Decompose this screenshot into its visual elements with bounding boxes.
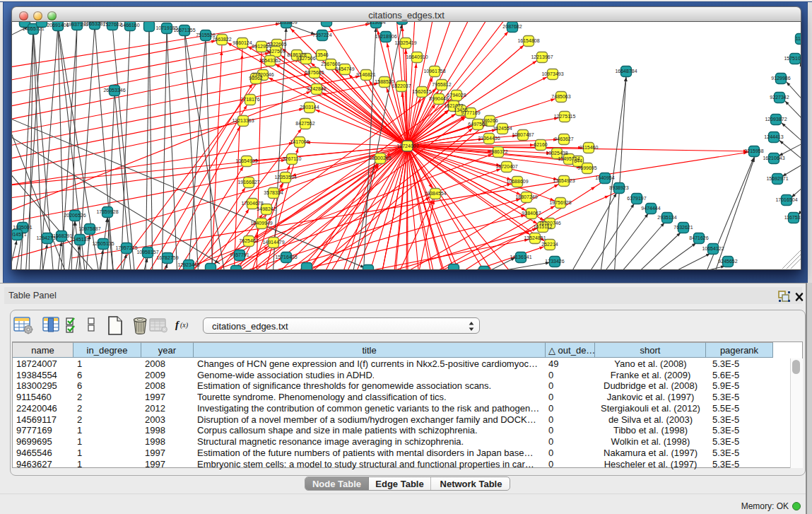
svg-text:19384554: 19384554 — [424, 191, 446, 196]
svg-text:16210643: 16210643 — [763, 156, 784, 160]
svg-text:3267110: 3267110 — [283, 156, 302, 161]
svg-text:1244413: 1244413 — [764, 134, 783, 139]
svg-text:19166827: 19166827 — [237, 180, 259, 185]
svg-text:13654923: 13654923 — [553, 178, 575, 183]
svg-text:9777169: 9777169 — [461, 110, 480, 115]
svg-text:16640910: 16640910 — [406, 54, 428, 59]
svg-text:62160: 62160 — [534, 142, 548, 147]
svg-text:6322037: 6322037 — [392, 83, 411, 88]
svg-text:12275115: 12275115 — [554, 114, 576, 119]
svg-text:12505135: 12505135 — [92, 241, 114, 246]
svg-text:9327506: 9327506 — [296, 56, 315, 61]
svg-text:17016504: 17016504 — [775, 197, 797, 202]
svg-text:13524851: 13524851 — [524, 235, 546, 240]
svg-text:18300295: 18300295 — [369, 156, 391, 160]
svg-text:(x): (x) — [180, 321, 189, 329]
svg-text:8427552: 8427552 — [295, 121, 314, 126]
svg-text:9327509: 9327509 — [266, 49, 285, 54]
svg-text:12213363: 12213363 — [232, 118, 254, 123]
svg-text:2803144: 2803144 — [300, 105, 319, 110]
svg-text:17359928: 17359928 — [96, 209, 118, 214]
svg-text:19218906: 19218906 — [375, 34, 396, 39]
svg-text:26053346: 26053346 — [103, 88, 125, 93]
svg-text:17957225: 17957225 — [115, 245, 137, 250]
svg-text:9657791: 9657791 — [230, 252, 249, 257]
svg-text:1527602: 1527602 — [102, 22, 122, 27]
svg-text:9860124: 9860124 — [233, 40, 252, 45]
svg-text:1615112: 1615112 — [534, 224, 553, 229]
svg-text:15720407: 15720407 — [495, 164, 517, 169]
svg-text:10654933: 10654933 — [235, 158, 257, 163]
svg-text:16782759: 16782759 — [156, 255, 178, 260]
svg-text:3215958: 3215958 — [744, 148, 763, 153]
svg-text:15716485: 15716485 — [275, 255, 297, 259]
svg-text:2367608: 2367608 — [321, 62, 340, 66]
svg-text:16409949: 16409949 — [250, 221, 272, 226]
svg-text:8813054: 8813054 — [366, 22, 385, 25]
svg-text:f: f — [175, 319, 180, 330]
svg-text:15692971: 15692971 — [766, 176, 788, 181]
svg-text:2935134: 2935134 — [657, 215, 676, 220]
svg-text:8990448: 8990448 — [429, 96, 448, 101]
svg-text:16154808: 16154808 — [517, 38, 539, 43]
svg-text:9699695: 9699695 — [577, 165, 596, 170]
svg-text:6379197: 6379197 — [627, 196, 646, 201]
svg-text:3624554: 3624554 — [493, 126, 512, 131]
svg-text:6466160: 6466160 — [120, 23, 139, 28]
svg-text:8471626: 8471626 — [689, 235, 708, 240]
svg-text:16033809: 16033809 — [275, 22, 297, 25]
svg-text:7357224: 7357224 — [312, 33, 331, 37]
svg-text:3578334: 3578334 — [264, 190, 283, 195]
svg-text:8938923: 8938923 — [609, 185, 628, 190]
svg-text:18807249: 18807249 — [515, 194, 537, 199]
svg-text:7955812: 7955812 — [432, 82, 451, 87]
svg-text:1167533: 1167533 — [784, 215, 801, 220]
svg-text:1562615: 1562615 — [412, 89, 431, 94]
svg-text:12353594: 12353594 — [274, 175, 296, 180]
svg-text:7663822: 7663822 — [212, 37, 231, 42]
svg-text:9245652: 9245652 — [718, 259, 737, 264]
svg-text:9914571: 9914571 — [12, 232, 27, 237]
svg-text:5322605: 5322605 — [267, 42, 286, 47]
svg-text:10807487: 10807487 — [512, 132, 534, 137]
svg-text:1640954: 1640954 — [595, 175, 614, 180]
svg-text:10688609: 10688609 — [506, 179, 528, 184]
svg-text:12213967: 12213967 — [531, 54, 553, 59]
svg-text:9115460: 9115460 — [579, 145, 599, 150]
svg-text:8454749: 8454749 — [335, 66, 354, 71]
svg-text:18724007: 18724007 — [396, 144, 418, 148]
svg-text:12093872: 12093872 — [765, 117, 787, 122]
svg-text:14914479: 14914479 — [262, 240, 284, 245]
svg-text:10961758: 10961758 — [423, 69, 445, 74]
svg-text:10958157: 10958157 — [136, 250, 158, 255]
svg-text:10973493: 10973493 — [541, 71, 563, 76]
svg-text:9129986: 9129986 — [771, 76, 790, 81]
svg-text:7986372: 7986372 — [488, 149, 507, 154]
svg-text:7632621: 7632621 — [673, 225, 693, 230]
svg-text:6794028: 6794028 — [447, 93, 466, 98]
svg-text:20206526: 20206526 — [64, 213, 86, 218]
svg-text:13546: 13546 — [314, 52, 329, 57]
svg-text:252214: 252214 — [541, 242, 558, 247]
svg-text:1835001: 1835001 — [13, 225, 32, 230]
svg-text:16671355: 16671355 — [173, 28, 195, 33]
svg-text:7625402: 7625402 — [239, 238, 258, 243]
svg-text:2087682: 2087682 — [502, 24, 522, 29]
svg-text:21364436: 21364436 — [478, 136, 500, 141]
svg-text:9242848: 9242848 — [307, 86, 326, 91]
svg-text:5875685: 5875685 — [305, 70, 324, 75]
svg-text:16543362: 16543362 — [259, 58, 281, 63]
svg-text:16648784: 16648784 — [615, 69, 637, 74]
svg-text:14136141: 14136141 — [510, 255, 531, 259]
svg-text:10654122: 10654122 — [702, 246, 724, 251]
svg-text:2718176: 2718176 — [240, 97, 259, 102]
svg-text:10975887: 10975887 — [78, 226, 100, 231]
svg-text:9463627: 9463627 — [554, 136, 573, 141]
svg-text:644: 644 — [574, 158, 582, 163]
svg-text:12923448: 12923448 — [177, 262, 199, 267]
svg-text:7485063: 7485063 — [551, 94, 570, 99]
svg-text:19756928: 19756928 — [549, 200, 571, 205]
svg-text:14055721: 14055721 — [22, 26, 44, 31]
svg-text:98962: 98962 — [249, 76, 263, 81]
svg-text:13325419: 13325419 — [394, 40, 416, 45]
